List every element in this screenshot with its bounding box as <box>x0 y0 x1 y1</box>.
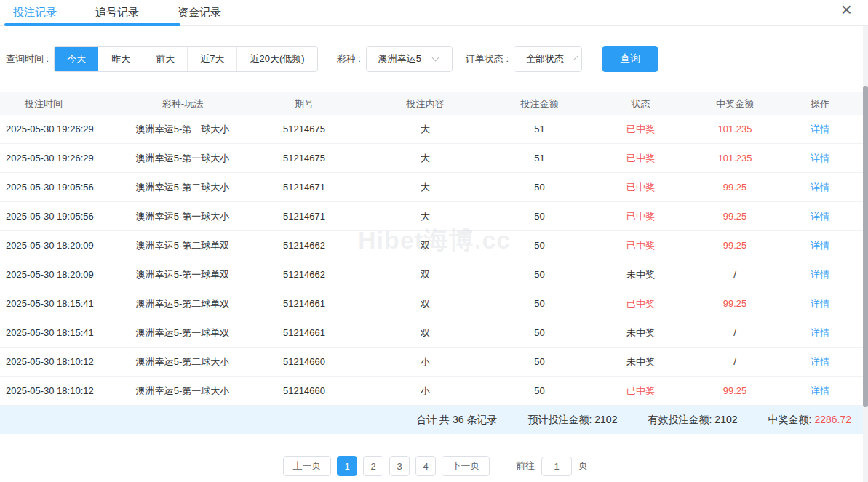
detail-link[interactable]: 详情 <box>781 239 859 252</box>
summary-total: 合计 共 36 条记录 <box>416 414 497 427</box>
column-header: 投注内容 <box>365 97 486 111</box>
cell-issue: 51214675 <box>244 153 365 164</box>
cell-amount: 50 <box>486 240 593 251</box>
cell-win: 99.25 <box>688 298 781 309</box>
cell-status: 已中奖 <box>593 152 688 165</box>
detail-link[interactable]: 详情 <box>781 268 859 281</box>
cell-status: 已中奖 <box>593 123 688 136</box>
cell-issue: 51214671 <box>244 211 365 222</box>
summary-win-amount: 中奖金额:2286.72 <box>768 414 852 427</box>
table-row: 2025-05-30 18:20:09澳洲幸运5-第二球单双51214662双5… <box>0 231 863 260</box>
detail-link[interactable]: 详情 <box>781 385 859 398</box>
detail-link[interactable]: 详情 <box>781 326 859 340</box>
page-button[interactable]: 4 <box>415 456 436 476</box>
cell-time: 2025-05-30 19:05:56 <box>0 182 122 193</box>
cell-amount: 51 <box>486 124 593 134</box>
search-button[interactable]: 查询 <box>602 46 658 72</box>
column-header: 投注时间 <box>0 97 122 111</box>
lottery-select[interactable]: 澳洲幸运5 <box>366 46 453 72</box>
time-option-button[interactable]: 前天 <box>143 47 187 71</box>
detail-link[interactable]: 详情 <box>781 123 859 136</box>
page-button[interactable]: 3 <box>389 456 410 476</box>
cell-win: 99.25 <box>688 211 781 222</box>
cell-issue: 51214661 <box>244 298 365 309</box>
cell-content: 小 <box>365 356 486 369</box>
chevron-down-icon <box>432 55 439 62</box>
cell-time: 2025-05-30 18:10:12 <box>0 385 122 396</box>
detail-link[interactable]: 详情 <box>781 152 859 165</box>
cell-issue: 51214660 <box>244 356 365 367</box>
tab-bar: 投注记录 追号记录 资金记录 × <box>0 0 868 26</box>
column-header: 中奖金额 <box>688 97 781 111</box>
time-option-button[interactable]: 今天 <box>55 47 98 71</box>
active-tab-indicator <box>4 23 180 26</box>
time-option-button[interactable]: 近7天 <box>187 47 236 71</box>
time-option-button[interactable]: 近20天(低频) <box>236 47 316 71</box>
summary-expected-label: 预计投注金额: <box>527 414 592 425</box>
time-filter-label: 查询时间 : <box>6 52 49 65</box>
next-page-button[interactable]: 下一页 <box>442 456 490 476</box>
summary-valid-amount: 有效投注金额:2102 <box>648 414 737 427</box>
cell-amount: 50 <box>486 182 593 193</box>
summary-valid-label: 有效投注金额: <box>648 414 712 425</box>
cell-status: 未中奖 <box>593 268 688 281</box>
page-unit-label: 页 <box>578 459 588 473</box>
cell-amount: 50 <box>486 327 593 338</box>
filter-bar: 查询时间 : 今天昨天前天近7天近20天(低频) 彩种 : 澳洲幸运5 订单状态… <box>6 46 868 72</box>
summary-win-value: 2286.72 <box>814 414 851 425</box>
cell-status: 已中奖 <box>593 210 688 223</box>
cell-time: 2025-05-30 19:26:29 <box>0 153 122 164</box>
goto-page-input[interactable] <box>541 457 572 476</box>
records-table: 投注时间彩种-玩法期号投注内容投注金额状态中奖金额操作 2025-05-30 1… <box>0 92 863 434</box>
tab-betting-records[interactable]: 投注记录 <box>13 6 57 20</box>
cell-win: 99.25 <box>688 182 781 193</box>
tab-chase-records[interactable]: 追号记录 <box>95 6 139 20</box>
cell-issue: 51214662 <box>244 240 365 251</box>
table-row: 2025-05-30 19:26:29澳洲幸运5-第一球大小51214675大5… <box>0 144 863 173</box>
cell-content: 双 <box>365 268 486 281</box>
cell-amount: 51 <box>486 153 593 164</box>
cell-amount: 50 <box>486 298 593 309</box>
cell-play: 澳洲幸运5-第一球大小 <box>122 210 244 223</box>
table-row: 2025-05-30 18:15:41澳洲幸运5-第二球单双51214661双5… <box>0 289 863 318</box>
summary-win-label: 中奖金额: <box>768 414 812 425</box>
pagination: 上一页 1234 下一页 前往 页 <box>0 456 868 476</box>
column-header: 期号 <box>244 97 365 111</box>
order-status-select[interactable]: 全部状态 <box>514 46 582 72</box>
cell-play: 澳洲幸运5-第二球大小 <box>122 181 244 194</box>
cell-play: 澳洲幸运5-第一球单双 <box>122 326 244 340</box>
cell-play: 澳洲幸运5-第一球大小 <box>122 385 244 398</box>
cell-content: 大 <box>365 210 486 223</box>
order-status-select-value: 全部状态 <box>526 52 564 65</box>
detail-link[interactable]: 详情 <box>781 297 859 310</box>
cell-content: 双 <box>365 297 486 310</box>
detail-link[interactable]: 详情 <box>781 181 859 194</box>
cell-status: 未中奖 <box>593 326 688 340</box>
close-icon[interactable]: × <box>841 0 852 19</box>
cell-play: 澳洲幸运5-第二球大小 <box>122 123 244 136</box>
time-option-button[interactable]: 昨天 <box>98 47 143 71</box>
cell-amount: 50 <box>486 269 593 280</box>
cell-status: 已中奖 <box>593 181 688 194</box>
page-button[interactable]: 2 <box>363 456 383 476</box>
scrollbar-thumb[interactable] <box>863 86 868 407</box>
cell-play: 澳洲幸运5-第一球单双 <box>122 268 244 281</box>
tab-funds-records[interactable]: 资金记录 <box>178 6 221 20</box>
cell-status: 已中奖 <box>593 385 688 398</box>
cell-status: 已中奖 <box>593 297 688 310</box>
cell-status: 未中奖 <box>593 356 688 369</box>
detail-link[interactable]: 详情 <box>781 210 859 223</box>
table-row: 2025-05-30 19:26:29澳洲幸运5-第二球大小51214675大5… <box>0 115 863 144</box>
table-row: 2025-05-30 19:05:56澳洲幸运5-第一球大小51214671大5… <box>0 202 863 231</box>
page-button[interactable]: 1 <box>337 456 357 476</box>
cell-win: / <box>688 269 781 280</box>
cell-issue: 51214661 <box>244 327 365 338</box>
lottery-label: 彩种 : <box>337 52 361 65</box>
cell-play: 澳洲幸运5-第一球大小 <box>122 152 244 165</box>
prev-page-button[interactable]: 上一页 <box>283 456 331 476</box>
detail-link[interactable]: 详情 <box>781 356 859 369</box>
cell-win: 101.235 <box>688 124 781 134</box>
cell-amount: 50 <box>486 385 593 396</box>
goto-label: 前往 <box>516 459 535 473</box>
cell-win: 101.235 <box>688 153 781 164</box>
